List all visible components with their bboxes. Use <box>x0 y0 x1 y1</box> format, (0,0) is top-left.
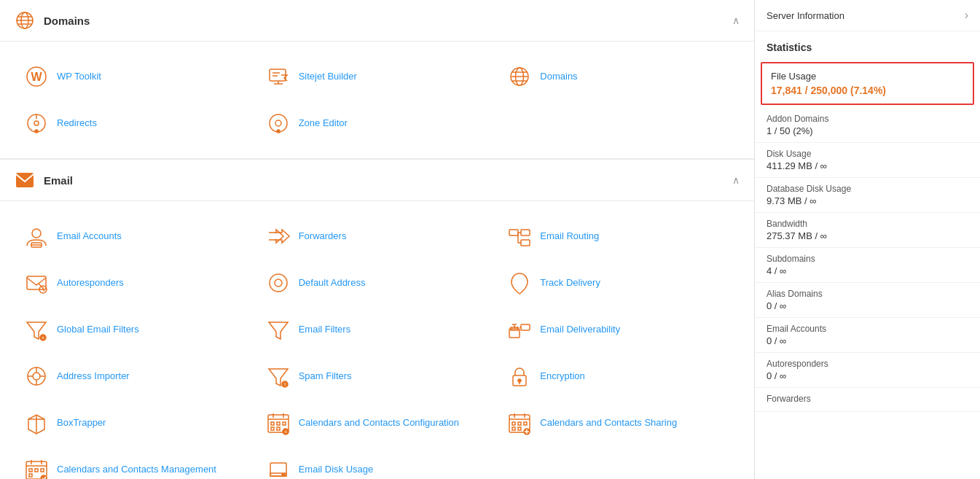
email-routing-icon <box>506 223 533 249</box>
alias-domains-label: Alias Domains <box>767 289 968 299</box>
domains-section-icon <box>15 10 35 31</box>
sidebar: Server Information › Statistics File Usa… <box>754 0 980 479</box>
email-deliverability-label: Email Deliverability <box>540 324 620 336</box>
redirects-item[interactable]: Redirects <box>15 103 256 144</box>
autoresponders-label: Autoresponders <box>57 277 124 289</box>
email-section-header[interactable]: Email ∧ <box>0 160 754 201</box>
email-accounts-item[interactable]: Email Accounts <box>15 216 256 257</box>
encryption-label: Encryption <box>540 370 584 383</box>
calendars-contacts-config-item[interactable]: + Calendars and Contacts Configuration <box>256 402 498 443</box>
addon-domains-value: 1 / 50 (2%) <box>767 125 968 136</box>
svg-rect-73 <box>271 427 274 430</box>
svg-point-40 <box>517 279 522 285</box>
forwarders-label: Forwarders <box>299 230 347 243</box>
address-importer-item[interactable]: Address Importer <box>15 356 256 397</box>
autoresponders-stat: Autoresponders 0 / ∞ <box>755 353 980 388</box>
email-filters-icon <box>265 316 291 343</box>
stats-section: Statistics File Usage 17,841 / 250,000 (… <box>755 31 980 412</box>
svg-point-20 <box>35 130 38 133</box>
sitejet-builder-item[interactable]: Sitejet Builder <box>256 56 498 97</box>
forwarders-stat-label: Forwarders <box>767 394 968 404</box>
default-address-item[interactable]: Default Address <box>256 262 498 303</box>
calendars-contacts-sharing-label: Calendars and Contacts Sharing <box>540 417 677 429</box>
svg-point-25 <box>32 229 41 238</box>
sitejet-builder-icon <box>265 63 291 90</box>
global-email-filters-icon: + <box>23 316 50 343</box>
boxtrapper-item[interactable]: BoxTrapper <box>15 402 256 443</box>
bandwidth-label: Bandwidth <box>767 219 968 229</box>
email-accounts-label: Email Accounts <box>57 230 122 243</box>
svg-rect-24 <box>16 173 34 187</box>
calendars-contacts-config-icon: + <box>265 410 291 436</box>
calendars-contacts-mgmt-label: Calendars and Contacts Management <box>57 464 216 476</box>
email-routing-item[interactable]: Email Routing <box>498 216 740 257</box>
db-disk-usage-stat: Database Disk Usage 9.73 MB / ∞ <box>755 178 980 213</box>
domains-item[interactable]: Domains <box>498 56 740 97</box>
svg-point-61 <box>518 379 521 382</box>
subdomains-stat: Subdomains 4 / ∞ <box>755 248 980 283</box>
track-delivery-item[interactable]: Track Delivery <box>498 262 740 303</box>
autoresponders-icon <box>23 270 50 296</box>
domains-header-left: Domains <box>15 10 90 31</box>
address-importer-icon <box>23 363 50 389</box>
spam-filters-item[interactable]: ! Spam Filters <box>256 356 498 397</box>
svg-rect-95 <box>41 469 44 472</box>
email-filters-item[interactable]: Email Filters <box>256 309 498 350</box>
email-accounts-stat: Email Accounts 0 / ∞ <box>755 318 980 353</box>
svg-rect-49 <box>521 324 530 330</box>
email-accounts-icon <box>23 223 50 249</box>
autoresponders-stat-value: 0 / ∞ <box>767 370 968 381</box>
svg-text:+: + <box>284 429 287 435</box>
domains-section-header[interactable]: Domains ∧ <box>0 0 754 42</box>
forwarders-item[interactable]: Forwarders <box>256 216 498 257</box>
email-chevron: ∧ <box>732 174 740 186</box>
svg-rect-83 <box>524 422 527 425</box>
redirects-icon <box>23 110 50 136</box>
svg-rect-28 <box>509 230 518 235</box>
calendars-contacts-mgmt-icon <box>23 456 50 479</box>
zone-editor-icon <box>265 110 291 136</box>
alias-domains-stat: Alias Domains 0 / ∞ <box>755 283 980 318</box>
forwarders-icon <box>265 223 291 249</box>
db-disk-usage-label: Database Disk Usage <box>767 184 968 194</box>
spam-filters-icon: ! <box>265 363 291 389</box>
svg-marker-44 <box>269 322 288 339</box>
domains-chevron: ∧ <box>732 15 740 26</box>
track-delivery-icon <box>506 270 533 296</box>
svg-rect-93 <box>29 469 32 472</box>
forwarders-stat: Forwarders <box>755 388 980 412</box>
svg-point-18 <box>34 121 39 125</box>
svg-text:!: ! <box>284 381 286 388</box>
svg-rect-96 <box>29 474 32 477</box>
email-disk-usage-icon <box>265 456 291 479</box>
autoresponders-stat-label: Autoresponders <box>767 359 968 369</box>
email-section-icon <box>15 170 35 190</box>
wp-toolkit-item[interactable]: W WP Toolkit <box>15 56 256 97</box>
wp-toolkit-icon: W <box>23 63 50 90</box>
svg-text:+: + <box>42 335 44 340</box>
svg-rect-84 <box>512 427 515 430</box>
email-deliverability-item[interactable]: Email Deliverability <box>498 309 740 350</box>
svg-rect-29 <box>521 230 530 235</box>
main-content: Domains ∧ W WP Toolkit <box>0 0 754 479</box>
calendars-contacts-sharing-icon <box>506 410 533 436</box>
email-title: Email <box>44 174 73 187</box>
spam-filters-label: Spam Filters <box>299 370 352 383</box>
server-info-arrow: › <box>965 9 968 22</box>
calendars-contacts-sharing-item[interactable]: Calendars and Contacts Sharing <box>498 402 740 443</box>
subdomains-value: 4 / ∞ <box>767 265 968 276</box>
file-usage-value: 17,841 / 250,000 (7.14%) <box>771 85 964 96</box>
email-disk-usage-item[interactable]: Email Disk Usage <box>256 449 498 479</box>
svg-point-39 <box>275 279 282 287</box>
zone-editor-item[interactable]: Zone Editor <box>256 103 498 144</box>
domains-grid: W WP Toolkit <box>15 56 740 144</box>
server-info-item[interactable]: Server Information › <box>755 0 980 31</box>
encryption-item[interactable]: Encryption <box>498 356 740 397</box>
calendars-contacts-mgmt-item[interactable]: Calendars and Contacts Management <box>15 449 256 479</box>
global-email-filters-item[interactable]: + Global Email Filters <box>15 309 256 350</box>
autoresponders-item[interactable]: Autoresponders <box>15 262 256 303</box>
track-delivery-label: Track Delivery <box>540 277 600 289</box>
disk-usage-value: 411.29 MB / ∞ <box>767 160 968 171</box>
redirects-label: Redirects <box>57 117 97 130</box>
svg-rect-81 <box>512 422 515 425</box>
